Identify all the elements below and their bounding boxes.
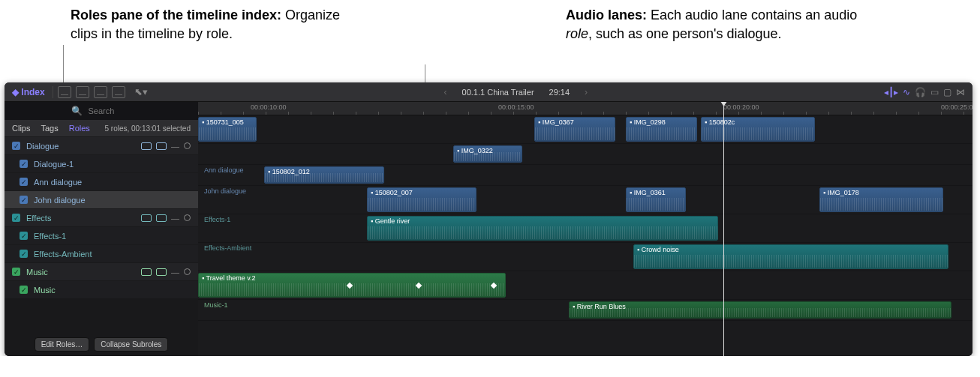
role-checkbox[interactable]: ✓ <box>12 268 20 276</box>
role-label: Dialogue <box>26 142 59 151</box>
clip[interactable]: ▪ 150731_005 <box>198 117 257 142</box>
callout-roles-pane: Roles pane of the timeline index: Organi… <box>71 6 371 82</box>
lane-label: Effects-Ambient <box>204 244 251 252</box>
clip-label: ▪ Crowd noise <box>637 246 679 253</box>
role-row[interactable]: ✓Effects— <box>5 208 198 226</box>
audio-lane: Music-1▪ River Run Blues <box>198 300 972 321</box>
waveform <box>627 198 685 211</box>
role-checkbox[interactable]: ✓ <box>20 250 28 258</box>
audio-skim-icon[interactable]: ∿ <box>903 87 910 97</box>
role-row[interactable]: ✓Music— <box>5 262 198 280</box>
audio-lane: John dialogue▪ 150802_007▪ IMG_0361▪ IMG… <box>198 186 972 214</box>
clip[interactable]: ▪ Crowd noise <box>633 244 948 269</box>
waveform <box>535 127 615 140</box>
clip[interactable]: ▪ 150802_007 <box>367 187 476 212</box>
clip-label: ▪ Travel theme v.2 <box>202 274 256 282</box>
role-checkbox[interactable]: ✓ <box>12 214 20 222</box>
clip[interactable]: ▪ IMG_0178 <box>819 187 943 212</box>
layout-icon-3[interactable] <box>94 86 107 98</box>
clip-label: ▪ Gentle river <box>371 217 410 225</box>
clip-label: ▪ 150802_007 <box>371 189 413 196</box>
clip[interactable]: ▪ Gentle river <box>367 216 718 241</box>
search-field[interactable]: 🔍 <box>5 102 198 120</box>
callout-audio-lanes: Audio lanes: Each audio lane contains an… <box>566 6 866 82</box>
focus-toggle-icon[interactable] <box>156 268 167 276</box>
audio-lane: ▪ 150731_005▪ IMG_0367▪ IMG_0298▪ 150802… <box>198 115 972 144</box>
edit-roles-button[interactable]: Edit Roles… <box>35 337 90 352</box>
role-row[interactable]: ✓Effects-1 <box>5 226 198 244</box>
layout-icon-1[interactable] <box>58 86 71 98</box>
time-ruler[interactable]: 00:00:10:0000:00:15:0000:00:20:0000:00:2… <box>198 102 972 115</box>
solo-icon[interactable] <box>184 142 191 149</box>
role-checkbox[interactable]: ✓ <box>20 178 28 186</box>
clip-label: ▪ 150802c <box>705 118 735 126</box>
clip[interactable]: ▪ IMG_0298 <box>626 117 697 142</box>
role-label: Music <box>26 268 48 277</box>
tab-tags[interactable]: Tags <box>41 124 58 133</box>
snap-icon[interactable]: ▭ <box>930 87 939 97</box>
playhead[interactable] <box>723 102 724 356</box>
clip[interactable]: ▪ IMG_0367 <box>534 117 615 142</box>
role-checkbox[interactable]: ✓ <box>20 160 28 168</box>
skimmer-icon[interactable]: ◂┃▸ <box>884 87 898 97</box>
lane-toggle-icon[interactable] <box>141 214 152 222</box>
lane-label: Effects-1 <box>204 216 230 223</box>
waveform <box>368 198 476 211</box>
timeline-index-sidebar: 🔍 Clips Tags Roles 5 roles, 00:13:01 sel… <box>5 102 198 356</box>
app-window: ◆ Index ⬉▾ ‹ 00.1.1 China Trailer 29:14 … <box>5 82 972 356</box>
role-row[interactable]: ✓Effects-Ambient <box>5 244 198 262</box>
prev-button[interactable]: ‹ <box>444 87 447 97</box>
monitor-icon[interactable]: ▢ <box>943 87 951 97</box>
audio-lane: Effects-Ambient▪ Crowd noise <box>198 243 972 271</box>
ruler-mark: 00:00:25:00 <box>941 103 972 111</box>
focus-toggle-icon[interactable] <box>156 142 167 150</box>
solo-icon[interactable] <box>184 268 191 275</box>
layout-icon-2[interactable] <box>76 86 89 98</box>
role-checkbox[interactable]: ✓ <box>12 142 20 150</box>
search-input[interactable] <box>87 106 132 116</box>
role-checkbox[interactable]: ✓ <box>20 286 28 294</box>
role-row[interactable]: ✓Dialogue— <box>5 136 198 154</box>
role-checkbox[interactable]: ✓ <box>20 232 28 240</box>
clip-label: ▪ IMG_0178 <box>823 189 859 196</box>
tool-select-icon[interactable]: ⬉▾ <box>130 86 148 97</box>
role-row[interactable]: ✓Dialogue-1 <box>5 154 198 172</box>
clip-label: ▪ IMG_0361 <box>630 189 666 196</box>
next-button[interactable]: › <box>585 87 588 97</box>
clip[interactable]: ▪ IMG_0361 <box>626 187 686 212</box>
layout-icon-4[interactable] <box>112 86 125 98</box>
search-icon: 🔍 <box>71 106 83 116</box>
project-duration: 29:14 <box>549 88 570 97</box>
clip[interactable]: ▪ 150802c <box>701 117 815 142</box>
tab-clips[interactable]: Clips <box>12 124 30 133</box>
project-title: 00.1.1 China Trailer <box>462 88 534 97</box>
waveform <box>368 226 717 239</box>
role-row[interactable]: ✓John dialogue <box>5 190 198 208</box>
audio-lane: Ann dialogue▪ 150802_012 <box>198 165 972 186</box>
role-row[interactable]: ✓Ann dialogue <box>5 172 198 190</box>
clip-label: ▪ 150731_005 <box>202 118 244 126</box>
timeline[interactable]: 00:00:10:0000:00:15:0000:00:20:0000:00:2… <box>198 102 972 356</box>
headphones-icon[interactable]: 🎧 <box>915 87 926 97</box>
role-label: Effects-Ambient <box>34 250 92 259</box>
clip[interactable]: ▪ 150802_012 <box>264 166 384 184</box>
loop-icon[interactable]: ⋈ <box>956 87 965 97</box>
lane-label: Ann dialogue <box>204 166 244 174</box>
index-toggle[interactable]: ◆ Index <box>5 87 53 97</box>
waveform <box>199 127 256 140</box>
waveform <box>634 255 948 268</box>
lane-toggle-icon[interactable] <box>141 268 152 276</box>
ruler-mark: 00:00:20:00 <box>723 103 759 111</box>
clip[interactable]: ▪ IMG_0322 <box>453 145 522 163</box>
clip[interactable]: ▪ River Run Blues <box>569 301 951 319</box>
waveform <box>820 198 942 211</box>
tab-roles[interactable]: Roles <box>69 124 90 133</box>
role-row[interactable]: ✓Music <box>5 280 198 298</box>
collapse-subroles-button[interactable]: Collapse Subroles <box>94 337 168 352</box>
role-checkbox[interactable]: ✓ <box>20 196 28 204</box>
ruler-mark: 00:00:10:00 <box>251 103 287 111</box>
focus-toggle-icon[interactable] <box>156 214 167 222</box>
clip[interactable]: ▪ Travel theme v.2 <box>198 273 506 298</box>
solo-icon[interactable] <box>184 214 191 221</box>
lane-toggle-icon[interactable] <box>141 142 152 150</box>
